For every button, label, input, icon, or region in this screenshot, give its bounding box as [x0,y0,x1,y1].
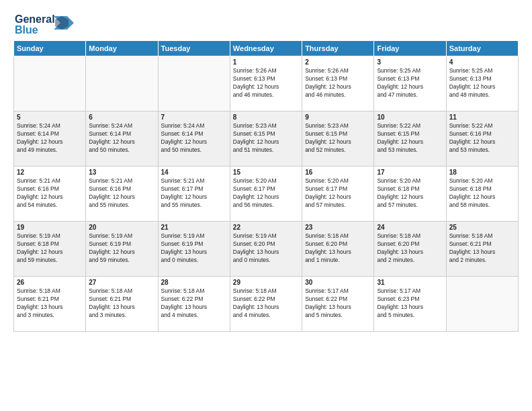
day-cell: 8Sunrise: 5:23 AM Sunset: 6:15 PM Daylig… [230,111,302,167]
day-number: 25 [449,224,515,231]
day-cell: 6Sunrise: 5:24 AM Sunset: 6:14 PM Daylig… [86,111,158,167]
day-info: Sunrise: 5:22 AM Sunset: 6:15 PM Dayligh… [377,122,443,154]
day-cell: 7Sunrise: 5:24 AM Sunset: 6:14 PM Daylig… [158,111,230,167]
week-row-4: 26Sunrise: 5:18 AM Sunset: 6:21 PM Dayli… [14,277,519,332]
day-info: Sunrise: 5:18 AM Sunset: 6:22 PM Dayligh… [161,287,227,320]
day-cell: 10Sunrise: 5:22 AM Sunset: 6:15 PM Dayli… [374,111,446,167]
day-cell: 21Sunrise: 5:19 AM Sunset: 6:19 PM Dayli… [158,222,230,277]
day-info: Sunrise: 5:18 AM Sunset: 6:21 PM Dayligh… [89,287,154,320]
day-cell: 18Sunrise: 5:20 AM Sunset: 6:18 PM Dayli… [446,167,518,222]
week-row-2: 12Sunrise: 5:21 AM Sunset: 6:16 PM Dayli… [14,167,519,222]
day-info: Sunrise: 5:24 AM Sunset: 6:14 PM Dayligh… [161,122,227,154]
day-number: 26 [17,279,83,286]
day-info: Sunrise: 5:20 AM Sunset: 6:17 PM Dayligh… [305,177,371,210]
day-number: 30 [305,279,371,286]
day-cell: 4Sunrise: 5:25 AM Sunset: 6:13 PM Daylig… [446,56,518,111]
day-info: Sunrise: 5:19 AM Sunset: 6:19 PM Dayligh… [89,232,154,265]
day-info: Sunrise: 5:18 AM Sunset: 6:21 PM Dayligh… [449,232,515,265]
day-cell: 25Sunrise: 5:18 AM Sunset: 6:21 PM Dayli… [446,222,518,277]
day-number: 8 [233,113,299,121]
day-info: Sunrise: 5:23 AM Sunset: 6:15 PM Dayligh… [305,122,371,154]
day-number: 18 [449,169,515,176]
day-info: Sunrise: 5:18 AM Sunset: 6:20 PM Dayligh… [305,232,371,265]
day-cell [86,56,158,111]
day-cell: 16Sunrise: 5:20 AM Sunset: 6:17 PM Dayli… [302,167,374,222]
day-cell: 26Sunrise: 5:18 AM Sunset: 6:21 PM Dayli… [14,277,86,332]
day-number: 2 [305,58,371,66]
logo-svg: General Blue [13,11,74,36]
day-info: Sunrise: 5:23 AM Sunset: 6:15 PM Dayligh… [233,122,299,154]
day-info: Sunrise: 5:19 AM Sunset: 6:18 PM Dayligh… [17,232,83,265]
day-number: 12 [17,169,83,176]
day-cell: 11Sunrise: 5:22 AM Sunset: 6:16 PM Dayli… [446,111,518,167]
day-cell [446,277,518,332]
day-cell: 3Sunrise: 5:25 AM Sunset: 6:13 PM Daylig… [374,56,446,111]
day-number: 13 [89,169,154,176]
day-cell: 2Sunrise: 5:26 AM Sunset: 6:13 PM Daylig… [302,56,374,111]
day-info: Sunrise: 5:21 AM Sunset: 6:16 PM Dayligh… [89,177,154,210]
day-cell: 20Sunrise: 5:19 AM Sunset: 6:19 PM Dayli… [86,222,158,277]
col-header-sunday: Sunday [14,41,86,56]
day-info: Sunrise: 5:18 AM Sunset: 6:20 PM Dayligh… [377,232,443,265]
col-header-thursday: Thursday [302,41,374,56]
day-info: Sunrise: 5:19 AM Sunset: 6:19 PM Dayligh… [161,232,227,265]
day-number: 21 [161,224,227,231]
day-info: Sunrise: 5:24 AM Sunset: 6:14 PM Dayligh… [17,122,83,154]
day-info: Sunrise: 5:18 AM Sunset: 6:22 PM Dayligh… [233,287,299,320]
day-cell: 12Sunrise: 5:21 AM Sunset: 6:16 PM Dayli… [14,167,86,222]
day-number: 27 [89,279,154,286]
week-row-0: 1Sunrise: 5:26 AM Sunset: 6:13 PM Daylig… [14,56,519,111]
day-info: Sunrise: 5:20 AM Sunset: 6:17 PM Dayligh… [233,177,299,210]
day-number: 22 [233,224,299,231]
day-cell: 24Sunrise: 5:18 AM Sunset: 6:20 PM Dayli… [374,222,446,277]
day-info: Sunrise: 5:25 AM Sunset: 6:13 PM Dayligh… [449,67,515,99]
day-info: Sunrise: 5:26 AM Sunset: 6:13 PM Dayligh… [305,67,371,99]
day-info: Sunrise: 5:19 AM Sunset: 6:20 PM Dayligh… [233,232,299,265]
day-cell [14,56,86,111]
week-row-1: 5Sunrise: 5:24 AM Sunset: 6:14 PM Daylig… [14,111,519,167]
col-header-saturday: Saturday [446,41,518,56]
day-number: 11 [449,113,515,121]
day-cell: 5Sunrise: 5:24 AM Sunset: 6:14 PM Daylig… [14,111,86,167]
day-cell: 29Sunrise: 5:18 AM Sunset: 6:22 PM Dayli… [230,277,302,332]
day-cell: 1Sunrise: 5:26 AM Sunset: 6:13 PM Daylig… [230,56,302,111]
day-info: Sunrise: 5:26 AM Sunset: 6:13 PM Dayligh… [233,67,299,99]
day-number: 7 [161,113,227,121]
day-number: 28 [161,279,227,286]
logo: General Blue [13,11,74,36]
day-info: Sunrise: 5:17 AM Sunset: 6:23 PM Dayligh… [377,287,443,320]
day-number: 16 [305,169,371,176]
day-cell: 28Sunrise: 5:18 AM Sunset: 6:22 PM Dayli… [158,277,230,332]
col-header-monday: Monday [86,41,158,56]
day-number: 5 [17,113,83,121]
day-cell: 17Sunrise: 5:20 AM Sunset: 6:18 PM Dayli… [374,167,446,222]
day-info: Sunrise: 5:20 AM Sunset: 6:18 PM Dayligh… [377,177,443,210]
day-info: Sunrise: 5:21 AM Sunset: 6:17 PM Dayligh… [161,177,227,210]
day-info: Sunrise: 5:17 AM Sunset: 6:22 PM Dayligh… [305,287,371,320]
day-number: 19 [17,224,83,231]
day-info: Sunrise: 5:21 AM Sunset: 6:16 PM Dayligh… [17,177,83,210]
day-number: 14 [161,169,227,176]
header-row: SundayMondayTuesdayWednesdayThursdayFrid… [14,41,519,56]
day-cell: 15Sunrise: 5:20 AM Sunset: 6:17 PM Dayli… [230,167,302,222]
day-number: 17 [377,169,443,176]
week-row-3: 19Sunrise: 5:19 AM Sunset: 6:18 PM Dayli… [14,222,519,277]
col-header-tuesday: Tuesday [158,41,230,56]
calendar-table: SundayMondayTuesdayWednesdayThursdayFrid… [13,40,519,332]
day-cell: 19Sunrise: 5:19 AM Sunset: 6:18 PM Dayli… [14,222,86,277]
day-number: 1 [233,58,299,66]
header: General Blue [13,11,519,36]
day-info: Sunrise: 5:22 AM Sunset: 6:16 PM Dayligh… [449,122,515,154]
day-number: 20 [89,224,154,231]
day-number: 31 [377,279,443,286]
day-cell [158,56,230,111]
day-number: 6 [89,113,154,121]
col-header-wednesday: Wednesday [230,41,302,56]
day-cell: 9Sunrise: 5:23 AM Sunset: 6:15 PM Daylig… [302,111,374,167]
col-header-friday: Friday [374,41,446,56]
day-number: 4 [449,58,515,66]
day-cell: 23Sunrise: 5:18 AM Sunset: 6:20 PM Dayli… [302,222,374,277]
day-info: Sunrise: 5:18 AM Sunset: 6:21 PM Dayligh… [17,287,83,320]
day-cell: 27Sunrise: 5:18 AM Sunset: 6:21 PM Dayli… [86,277,158,332]
svg-text:General: General [15,13,55,25]
